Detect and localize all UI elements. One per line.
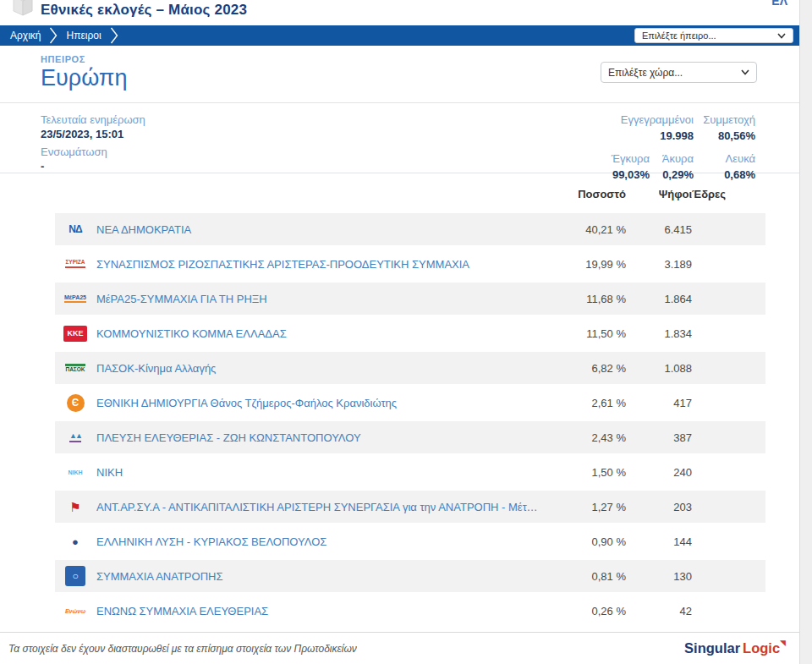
votes-cell: 42: [626, 605, 692, 617]
scrollbar-track[interactable]: [799, 0, 812, 664]
percent-cell: 1,27 %: [546, 501, 626, 513]
party-name-link[interactable]: ΣΥΝΑΣΠΙΣΜΟΣ ΡΙΖΟΣΠΑΣΤΙΚΗΣ ΑΡΙΣΤΕΡΑΣ-ΠΡΟΟ…: [96, 258, 546, 271]
votes-cell: 130: [626, 570, 692, 583]
breadcrumb: Αρχική Ηπειροι Επιλέξτε ήπειρο...: [0, 25, 799, 46]
percent-cell: 6,82 %: [546, 362, 626, 375]
votes-cell: 144: [626, 535, 692, 548]
plefsi-eleftherias-logo: ▲▲: [62, 426, 89, 448]
party-name-link[interactable]: ΣΥΜΜΑΧΙΑ ΑΝΑΤΡΟΠΗΣ: [96, 570, 546, 583]
column-percent: Ποσοστό: [546, 188, 626, 200]
votes-cell: 1.088: [626, 362, 692, 375]
table-row: ΠΑΣΟΚ ΠΑΣΟΚ-Κίνημα Αλλαγής 6,82 % 1.088: [55, 352, 765, 384]
country-select[interactable]: Επιλέξτε χώρα...: [601, 62, 757, 83]
votes-cell: 203: [626, 501, 692, 513]
registered-value: 19.998: [541, 129, 694, 142]
percent-cell: 40,21 %: [546, 223, 626, 236]
turnout-value: 80,56%: [694, 129, 755, 142]
table-row: Ενώνω ΕΝΩΝΩ ΣΥΜΜΑΧΙΑ ΕΛΕΥΘΕΡΙΑΣ 0,26 % 4…: [55, 595, 765, 627]
party-name-link[interactable]: ΑΝΤ.ΑΡ.ΣΥ.Α - ΑΝΤΙΚΑΠΙΤΑΛΙΣΤΙΚΗ ΑΡΙΣΤΕΡΗ…: [96, 501, 546, 513]
syriza-logo: ΣΥΡΙΖΑ: [62, 253, 89, 275]
language-toggle[interactable]: ΕΛ: [771, 0, 787, 8]
percent-cell: 19,99 %: [546, 258, 626, 271]
last-update-label: Τελευταία ενημέρωση: [41, 113, 145, 126]
blank-label: Λευκά: [694, 152, 755, 165]
region-select[interactable]: Επιλέξτε ήπειρο...: [634, 28, 793, 43]
results-header: Ποσοστό Ψήφοι Έδρες: [55, 185, 765, 202]
chevron-down-icon: [741, 69, 749, 75]
last-update-value: 23/5/2023, 15:01: [41, 128, 145, 140]
table-row: ⚑ ΑΝΤ.ΑΡ.ΣΥ.Α - ΑΝΤΙΚΑΠΙΤΑΛΙΣΤΙΚΗ ΑΡΙΣΤΕ…: [55, 491, 765, 523]
percent-cell: 0,90 %: [546, 535, 626, 548]
percent-cell: 0,26 %: [546, 605, 626, 617]
mera25-logo: ΜέΡΑ25: [62, 288, 89, 310]
table-row: Є ΕΘΝΙΚΗ ΔΗΜΙΟΥΡΓΙΑ Θάνος Τζήμερος-Φαήλο…: [55, 387, 765, 419]
breadcrumb-region[interactable]: Ηπειροι: [66, 30, 101, 41]
symmaxia-anatropis-logo: ○: [62, 565, 89, 587]
turnout-label: Συμμετοχή: [694, 113, 755, 126]
ethniki-dimiourgia-logo: Є: [62, 392, 89, 414]
percent-cell: 2,61 %: [546, 397, 626, 409]
invalid-value: 0,29%: [650, 168, 694, 181]
results-rows: ΝΔ ΝΕΑ ΔΗΜΟΚΡΑΤΙΑ 40,21 % 6.415 ΣΥΡΙΖΑ Σ…: [55, 213, 765, 627]
votes-cell: 6.415: [626, 223, 692, 236]
invalid-label: Άκυρα: [650, 152, 694, 165]
stats-section: Τελευταία ενημέρωση 23/5/2023, 15:01 Ενσ…: [0, 103, 799, 173]
valid-value: 99,03%: [541, 168, 650, 181]
page: Εθνικές εκλογές – Μάιος 2023 ΕΛ Αρχική Η…: [0, 0, 799, 664]
percent-cell: 11,68 %: [546, 293, 626, 305]
votes-cell: 1.864: [626, 293, 692, 305]
table-row: ▲▲ ΠΛΕΥΣΗ ΕΛΕΥΘΕΡΙΑΣ - ΖΩΗ ΚΩΝΣΤΑΝΤΟΠΟΥΛ…: [55, 421, 765, 453]
disclaimer-text: Τα στοιχεία δεν έχουν διασταυρωθεί με τα…: [8, 643, 357, 655]
votes-cell: 3.189: [626, 258, 692, 271]
table-row: ○ ΣΥΜΜΑΧΙΑ ΑΝΑΤΡΟΠΗΣ 0,81 % 130: [55, 560, 765, 592]
page-heading: Ηπειρος Ευρώπη Επιλέξτε χώρα...: [0, 46, 799, 103]
registered-label: Εγγεγραμμένοι: [541, 113, 694, 126]
votes-cell: 1.834: [626, 327, 692, 340]
party-name-link[interactable]: ΝΙΚΗ: [96, 466, 546, 479]
app-header: Εθνικές εκλογές – Μάιος 2023 ΕΛ: [0, 0, 799, 25]
results-table: Ποσοστό Ψήφοι Έδρες ΝΔ ΝΕΑ ΔΗΜΟΚΡΑΤΙΑ 40…: [0, 173, 799, 627]
percent-cell: 11,50 %: [546, 327, 626, 340]
brand-secondary-text: Logic: [743, 640, 780, 656]
integration-value: -: [41, 160, 145, 173]
party-name-link[interactable]: ΠΛΕΥΣΗ ΕΛΕΥΘΕΡΙΑΣ - ΖΩΗ ΚΩΝΣΤΑΝΤΟΠΟΥΛΟΥ: [96, 431, 546, 444]
percent-cell: 1,50 %: [546, 466, 626, 479]
chevron-right-icon: [110, 27, 118, 44]
percent-cell: 2,43 %: [546, 431, 626, 444]
stats-gap: [541, 144, 755, 151]
kke-logo: ΚΚΕ: [62, 322, 89, 344]
votes-cell: 240: [626, 466, 692, 479]
party-name-link[interactable]: ΕΝΩΝΩ ΣΥΜΜΑΧΙΑ ΕΛΕΥΘΕΡΙΑΣ: [96, 605, 546, 617]
chevron-down-icon: [777, 33, 786, 39]
page-footer: Τα στοιχεία δεν έχουν διασταυρωθεί με τα…: [0, 632, 799, 664]
table-row: ΝΙΚΗ ΝΙΚΗ 1,50 % 240: [55, 456, 765, 488]
stats-right: Εγγεγραμμένοι Συμμετοχή 19.998 80,56% Έγ…: [541, 113, 755, 173]
table-row: ΜέΡΑ25 ΜέΡΑ25-ΣΥΜΜΑΧΙΑ ΓΙΑ ΤΗ ΡΗΞΗ 11,68…: [55, 283, 765, 315]
party-name-link[interactable]: ΚΟΜΜΟΥΝΙΣΤΙΚΟ ΚΟΜΜΑ ΕΛΛΑΔΑΣ: [96, 327, 546, 340]
party-name-link[interactable]: ΕΛΛΗΝΙΚΗ ΛΥΣΗ - ΚΥΡΙΑΚΟΣ ΒΕΛΟΠΟΥΛΟΣ: [96, 535, 546, 548]
column-votes: Ψήφοι: [626, 188, 692, 200]
antarsya-logo: ⚑: [62, 496, 89, 518]
party-name-link[interactable]: ΕΘΝΙΚΗ ΔΗΜΙΟΥΡΓΙΑ Θάνος Τζήμερος-Φαήλος …: [96, 397, 546, 409]
brand-primary-text: Singular: [684, 640, 740, 656]
party-name-link[interactable]: ΜέΡΑ25-ΣΥΜΜΑΧΙΑ ΓΙΑ ΤΗ ΡΗΞΗ: [96, 293, 546, 305]
table-row: ΝΔ ΝΕΑ ΔΗΜΟΚΡΑΤΙΑ 40,21 % 6.415: [55, 213, 765, 245]
votes-cell: 417: [626, 397, 692, 409]
party-name-link[interactable]: ΠΑΣΟΚ-Κίνημα Αλλαγής: [96, 362, 546, 375]
chevron-right-icon: [49, 27, 58, 44]
elliniki-lysi-logo: ●: [62, 530, 89, 552]
valid-label: Έγκυρα: [541, 152, 650, 165]
region-select-value: Επιλέξτε ήπειρο...: [642, 30, 716, 41]
party-name-link[interactable]: ΝΕΑ ΔΗΜΟΚΡΑΤΙΑ: [96, 223, 546, 236]
app-title: Εθνικές εκλογές – Μάιος 2023: [41, 2, 247, 19]
integration-label: Ενσωμάτωση: [41, 145, 145, 158]
pasok-logo: ΠΑΣΟΚ: [62, 357, 89, 379]
nd-logo: ΝΔ: [62, 218, 89, 240]
enono-logo: Ενώνω: [62, 600, 89, 622]
singularlogic-logo: Singular Logic ◥: [684, 640, 786, 656]
blank-value: 0,68%: [694, 168, 755, 181]
stats-left: Τελευταία ενημέρωση 23/5/2023, 15:01 Ενσ…: [41, 113, 145, 173]
table-row: ΚΚΕ ΚΟΜΜΟΥΝΙΣΤΙΚΟ ΚΟΜΜΑ ΕΛΛΑΔΑΣ 11,50 % …: [55, 317, 765, 349]
breadcrumb-home[interactable]: Αρχική: [10, 30, 41, 41]
table-row: ΣΥΡΙΖΑ ΣΥΝΑΣΠΙΣΜΟΣ ΡΙΖΟΣΠΑΣΤΙΚΗΣ ΑΡΙΣΤΕΡ…: [55, 248, 765, 280]
